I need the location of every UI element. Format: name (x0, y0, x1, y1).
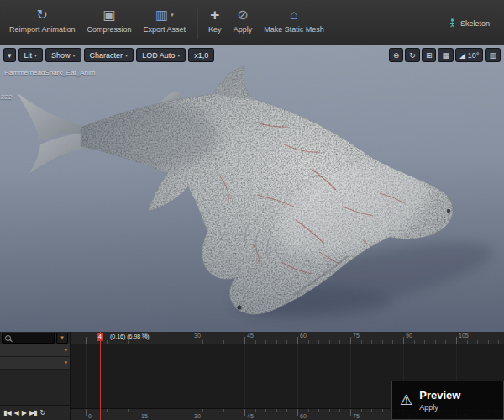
rotate-tool-icon: ↻ (409, 51, 416, 60)
skeleton-label: Skeleton (460, 19, 490, 28)
search-icon (5, 335, 11, 341)
make-static-mesh-icon: ⌂ (290, 6, 298, 24)
compression-label: Compression (87, 25, 132, 34)
view-mode-label: Lit (24, 51, 33, 60)
preview-notification: ⚠ Preview Apply (391, 381, 504, 420)
animation-editor-window: ↻ Reimport Animation ▣ Compression ▥ ▾ E… (0, 0, 504, 420)
make-static-mesh-label: Make Static Mesh (264, 25, 324, 34)
loop-button[interactable]: ↻ (39, 410, 45, 417)
jump-to-start-button[interactable]: ▮◀ (3, 410, 11, 417)
rotation-snap-button[interactable]: ◢ 10° (455, 48, 484, 62)
surface-snap-icon: ⊞ (426, 51, 433, 60)
search-input[interactable] (2, 333, 55, 344)
chevron-down-icon: ▾ (34, 52, 37, 58)
export-asset-label: Export Asset (144, 25, 186, 34)
grid-snap-icon: ▦ (442, 51, 449, 60)
chevron-down-icon: ▾ (73, 52, 76, 58)
rotation-snap-icon: ◢ (459, 51, 465, 60)
key-label: Key (208, 25, 222, 34)
jump-to-end-button[interactable]: ▶▮ (29, 410, 37, 417)
apply-icon: ⊘ (237, 6, 248, 24)
playhead-time-readout: (0,16) (6,98 %) (110, 333, 150, 339)
apply-label: Apply (234, 25, 253, 34)
track-group-row[interactable]: ▾ (0, 344, 70, 357)
view-mode-button[interactable]: Lit ▾ (18, 48, 44, 62)
3d-viewport[interactable]: ▾ Lit ▾ Show ▾ Character ▾ LOD Auto ▾ x1… (0, 45, 504, 332)
character-menu-label: Character (90, 51, 123, 60)
play-button[interactable]: ▶ (22, 410, 26, 417)
viewport-options-icon: ▾ (8, 51, 12, 60)
expander-icon[interactable]: ▾ (64, 360, 67, 366)
playhead[interactable] (100, 332, 101, 420)
surface-snap-button[interactable]: ⊞ (422, 48, 437, 62)
viewport-info-overlay: 222 (1, 93, 12, 101)
animation-name-overlay: HammerheadShark_Eat_Anim (4, 69, 96, 76)
tracks-empty-area (0, 370, 70, 405)
shark-model (0, 45, 504, 332)
viewport-options-button[interactable]: ▾ (3, 48, 16, 62)
tracks-outliner: ▾ ▾ ▾ ▮◀ ◀ ▶ ▶▮ ↻ (0, 332, 71, 420)
playback-speed-label: x1,0 (194, 51, 208, 60)
viewport-toolbar: ▾ Lit ▾ Show ▾ Character ▾ LOD Auto ▾ x1… (3, 48, 214, 62)
reimport-animation-icon: ↻ (37, 6, 48, 24)
step-back-button[interactable]: ◀ (14, 410, 18, 417)
make-static-mesh-button[interactable]: ⌂ Make Static Mesh (258, 5, 330, 34)
lod-menu-label: LOD Auto (142, 51, 175, 60)
grid-snap-button[interactable]: ▦ (438, 48, 454, 62)
viewport-snap-toolbar: ⊕ ↻ ⊞ ▦ ◢ 10° ▥ (389, 48, 501, 62)
rotation-snap-value: 10° (468, 51, 480, 60)
show-menu-label: Show (51, 51, 71, 60)
track-filter-button[interactable]: ▾ (56, 333, 68, 344)
transform-gizmo-button[interactable]: ⊕ (389, 48, 404, 62)
compression-button[interactable]: ▣ Compression (81, 5, 138, 34)
lod-menu-button[interactable]: LOD Auto ▾ (136, 48, 186, 62)
apply-action-button[interactable]: Apply (419, 403, 460, 412)
reimport-animation-label: Reimport Animation (9, 25, 76, 34)
chevron-down-icon: ▾ (125, 52, 128, 58)
transform-gizmo-icon: ⊕ (393, 51, 400, 60)
export-asset-caret-icon[interactable]: ▾ (171, 12, 174, 18)
character-menu-button[interactable]: Character ▾ (84, 48, 134, 62)
toolbar-separator (197, 8, 197, 39)
show-menu-button[interactable]: Show ▾ (45, 48, 81, 62)
export-asset-icon: ▥ (155, 6, 168, 24)
compression-icon: ▣ (103, 6, 116, 24)
skeleton-button[interactable]: Skeleton (442, 16, 496, 30)
chevron-down-icon: ▾ (177, 52, 180, 58)
filter-icon: ▾ (60, 334, 64, 341)
notification-title: Preview (419, 389, 460, 402)
main-toolbar: ↻ Reimport Animation ▣ Compression ▥ ▾ E… (0, 0, 504, 45)
apply-button[interactable]: ⊘ Apply (228, 5, 259, 34)
rotate-tool-button[interactable]: ↻ (405, 48, 420, 62)
export-asset-button[interactable]: ▥ ▾ Export Asset (138, 5, 192, 34)
camera-speed-button[interactable]: ▥ (485, 48, 501, 62)
camera-speed-icon: ▥ (489, 51, 496, 60)
expander-icon[interactable]: ▾ (64, 347, 67, 354)
key-icon: + (210, 6, 219, 24)
playback-controls: ▮◀ ◀ ▶ ▶▮ ↻ (0, 405, 70, 420)
playback-speed-button[interactable]: x1,0 (188, 48, 214, 62)
track-group-row[interactable]: ▾ (0, 357, 70, 370)
playhead-frame-badge[interactable]: 4 (97, 333, 103, 341)
reimport-animation-button[interactable]: ↻ Reimport Animation (3, 5, 81, 34)
warning-icon: ⚠ (400, 391, 412, 409)
skeleton-icon (448, 18, 457, 28)
key-button[interactable]: + Key (202, 5, 228, 34)
notification-text: Preview Apply (419, 389, 460, 412)
tracks-search-row: ▾ (0, 332, 70, 344)
